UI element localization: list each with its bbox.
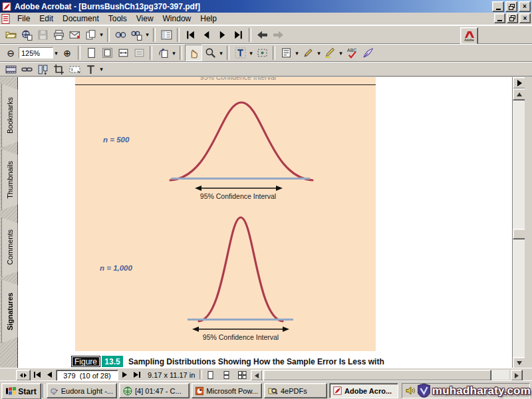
menu-tools[interactable]: Tools	[104, 13, 132, 24]
zoom-tool-dropdown-arrow[interactable]: ▾	[218, 50, 224, 57]
graphics-select-button[interactable]	[254, 45, 270, 61]
scroll-down-button[interactable]	[513, 357, 526, 368]
previous-page-button[interactable]	[198, 27, 214, 43]
hand-tool-button[interactable]	[185, 45, 202, 61]
vertical-scrollbar[interactable]	[513, 77, 525, 368]
find-button[interactable]	[112, 27, 128, 43]
touchup-text-button[interactable]	[82, 62, 98, 77]
rotate-view-button[interactable]	[155, 45, 171, 61]
next-page-button[interactable]	[214, 27, 230, 43]
start-button[interactable]: Start	[1, 383, 41, 399]
fit-width-button[interactable]	[115, 45, 131, 61]
digital-signature-button[interactable]	[360, 45, 376, 61]
note-dropdown-arrow[interactable]: ▾	[294, 50, 300, 57]
tab-bookmarks[interactable]: Bookmarks	[1, 84, 18, 148]
zoom-in-button[interactable]: ⊕	[59, 45, 75, 61]
movie-tool-button[interactable]	[3, 62, 19, 77]
save-button[interactable]	[35, 27, 51, 43]
task-4epdfs[interactable]: 4ePDFs	[264, 383, 327, 398]
hscroll-left-button[interactable]	[251, 370, 263, 381]
zoom-dropdown-arrow[interactable]: ▾	[53, 50, 59, 57]
open-web-page-button[interactable]	[19, 27, 35, 43]
status-prev-page-button[interactable]	[43, 370, 55, 380]
task-eudora[interactable]: Eudora Light -...	[47, 383, 117, 398]
pencil-dropdown-arrow[interactable]: ▾	[316, 50, 322, 57]
adobe-online-button[interactable]: Adobe	[460, 27, 478, 45]
search-button[interactable]	[128, 27, 144, 43]
menu-document[interactable]: Document	[58, 13, 104, 24]
article-tool-button[interactable]	[35, 62, 51, 77]
minimize-button[interactable]	[492, 1, 504, 12]
menu-file[interactable]: File	[13, 13, 35, 24]
tab-thumbnails[interactable]: Thumbnails	[1, 149, 18, 210]
movie-icon	[5, 64, 17, 75]
highlight-tool-button[interactable]	[322, 45, 338, 61]
pdf-document-icon[interactable]	[1, 14, 10, 24]
rotate-dropdown-arrow[interactable]: ▾	[171, 50, 177, 57]
open-button[interactable]	[3, 27, 19, 43]
email-button[interactable]	[66, 27, 82, 43]
horizontal-scroll-thumb[interactable]	[263, 370, 491, 381]
single-page-layout-button[interactable]	[203, 370, 217, 380]
tab-comments[interactable]: Comments	[1, 217, 18, 277]
continuous-facing-layout-button[interactable]	[235, 370, 249, 380]
horizontal-scrollbar[interactable]	[262, 370, 509, 380]
doc-close-button[interactable]: ×	[519, 13, 531, 23]
next-view-button[interactable]	[270, 27, 286, 43]
interval-caption-1: 95% Confidence Interval	[172, 192, 305, 200]
zoom-tool-button[interactable]	[202, 45, 218, 61]
continuous-layout-button[interactable]	[219, 370, 233, 380]
spell-check-button[interactable]: ABC	[344, 45, 360, 61]
text-select-dropdown-arrow[interactable]: ▾	[248, 50, 254, 57]
scroll-up-button[interactable]	[513, 88, 526, 100]
pages-dropdown-arrow[interactable]: ▾	[98, 31, 104, 38]
close-button[interactable]: ×	[519, 1, 531, 12]
link-tool-button[interactable]	[19, 62, 35, 77]
status-last-page-button[interactable]	[131, 370, 142, 380]
menu-edit[interactable]: Edit	[35, 13, 58, 24]
task-acrobat[interactable]: Adobe Acro...	[329, 383, 398, 398]
page-indicator: 379 (10 of 28)	[63, 372, 111, 380]
page-indicator-box[interactable]: 379 (10 of 28)	[56, 370, 118, 381]
text-select-button[interactable]	[232, 45, 248, 61]
pencil-tool-button[interactable]	[300, 45, 316, 61]
task-powerpoint[interactable]: Microsoft Pow...	[192, 383, 262, 398]
pane-arrow-button[interactable]	[513, 77, 526, 89]
zoom-level-input[interactable]	[19, 47, 53, 59]
actual-size-button[interactable]	[83, 45, 99, 61]
fit-visible-icon	[134, 47, 145, 59]
mailbox-icon	[51, 386, 59, 395]
menu-bar: File Edit Document Tools View Window Hel…	[0, 13, 532, 25]
tab-signatures[interactable]: Signatures	[1, 279, 18, 343]
hscroll-right-button[interactable]	[511, 370, 523, 381]
highlight-dropdown-arrow[interactable]: ▾	[338, 50, 344, 57]
touchup-dropdown-arrow[interactable]: ▾	[98, 66, 104, 72]
navigation-pane-button[interactable]	[158, 27, 174, 43]
print-button[interactable]	[51, 27, 66, 43]
task-chat[interactable]: [4] 01:47 - C...	[119, 383, 190, 398]
crop-tool-button[interactable]	[51, 62, 66, 77]
menu-help[interactable]: Help	[196, 13, 221, 24]
search-dropdown-arrow[interactable]: ▾	[144, 31, 150, 38]
speaker-icon[interactable]	[406, 386, 415, 395]
last-page-button[interactable]	[230, 27, 246, 43]
zoom-out-button[interactable]: ⊖	[3, 45, 19, 61]
menu-window[interactable]: Window	[158, 13, 196, 24]
note-tool-button[interactable]	[278, 45, 294, 61]
signature-feather-icon	[362, 47, 374, 59]
form-tool-button[interactable]	[66, 62, 82, 77]
document-pages-button[interactable]	[82, 27, 98, 43]
navigation-pane-icon	[161, 29, 172, 41]
first-page-button[interactable]	[182, 27, 198, 43]
status-first-page-button[interactable]	[31, 370, 43, 380]
doc-minimize-button[interactable]	[494, 13, 505, 23]
fit-visible-button[interactable]	[131, 45, 147, 61]
status-next-page-button[interactable]	[119, 370, 130, 380]
vertical-scroll-thumb[interactable]	[513, 229, 526, 239]
pane-splitter-handle[interactable]	[16, 370, 31, 381]
doc-restore-button[interactable]	[507, 13, 518, 23]
restore-button[interactable]	[505, 1, 517, 12]
previous-view-button[interactable]	[254, 27, 270, 43]
fit-in-window-button[interactable]	[99, 45, 115, 61]
menu-view[interactable]: View	[132, 13, 158, 24]
